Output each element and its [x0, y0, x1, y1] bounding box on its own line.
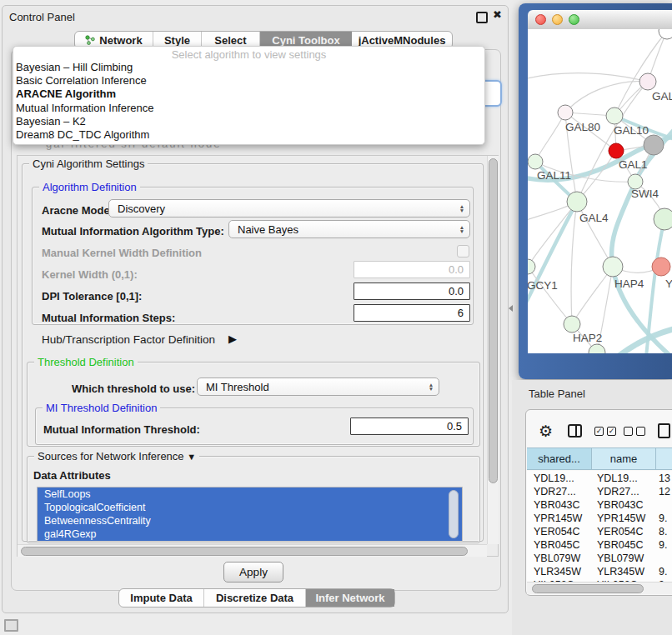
mi-steps-label: Mutual Information Steps:	[42, 312, 175, 324]
mi-algorithm-type-value: Naive Bayes	[229, 223, 454, 236]
collapse-panel-icon[interactable]	[4, 619, 18, 632]
close-traffic-light[interactable]	[535, 14, 546, 25]
node-gal10[interactable]	[606, 108, 623, 124]
dropdown-item-mutual-information[interactable]: Mutual Information Inference	[13, 102, 484, 115]
node-gal1[interactable]	[609, 143, 624, 158]
dropdown-item-dream8[interactable]: Dream8 DC_TDC Algorithm	[13, 128, 484, 142]
table-cell: 9.	[659, 539, 667, 551]
select-all-checkbox-icon[interactable]: ✓	[607, 427, 616, 436]
node-label: GAL11	[537, 169, 571, 182]
control-panel-title: Control Panel	[9, 11, 75, 23]
column-header-partial[interactable]	[656, 448, 672, 470]
manual-kernel-width-label: Manual Kernel Width Definition	[42, 247, 202, 259]
close-icon[interactable]: ✖	[493, 8, 502, 21]
node-right-green[interactable]	[654, 208, 672, 230]
node-label: GAL10	[614, 124, 649, 137]
table-cell: YPR145W	[597, 512, 645, 524]
node-label: SWI4	[631, 188, 659, 200]
tab-impute-data[interactable]: Impute Data	[119, 589, 204, 607]
network-canvas[interactable]: GAL GAL80 GAL10 GAL1 GAL11 SWI4 GAL4 GCY…	[528, 29, 672, 353]
list-item-topologicalcoefficient[interactable]: TopologicalCoefficient	[38, 501, 462, 514]
expand-right-icon[interactable]: ▶	[228, 332, 237, 345]
node-label: Y	[665, 278, 672, 290]
expand-down-icon[interactable]: ▼	[187, 452, 196, 462]
table-cell: YER054C	[597, 526, 644, 538]
which-threshold-combobox[interactable]: MI Threshold ▲▼	[197, 378, 439, 396]
hub-definition-label: Hub/Transcription Factor Definition	[42, 333, 215, 346]
apply-button[interactable]: Apply	[223, 562, 283, 582]
zoom-traffic-light[interactable]	[569, 14, 579, 25]
tab-discretize-data[interactable]: Discretize Data	[204, 589, 306, 607]
tab-impute-data-label: Impute Data	[130, 592, 192, 604]
network-icon	[85, 35, 95, 45]
node-hap4[interactable]	[603, 257, 623, 277]
node-gal4[interactable]	[567, 192, 587, 212]
mi-steps-input[interactable]	[354, 304, 470, 322]
table-cell: YBR043C	[534, 499, 580, 511]
select-all-checkbox-icon[interactable]: ✓	[594, 427, 604, 436]
mi-algorithm-type-combobox[interactable]: Naive Bayes ▲▼	[228, 220, 470, 238]
dpi-tolerance-input[interactable]	[354, 282, 470, 300]
float-window-icon[interactable]	[476, 12, 488, 23]
dropdown-item-bayesian-k2[interactable]: Bayesian – K2	[13, 115, 484, 128]
manual-kernel-width-checkbox[interactable]	[457, 245, 469, 258]
data-attributes-label: Data Attributes	[33, 469, 111, 482]
node-salmon[interactable]	[652, 258, 670, 276]
table-cell: YBR045C	[597, 539, 644, 551]
list-scrollbar-thumb[interactable]	[449, 490, 459, 538]
dropdown-item-bayesian-hill-climbing[interactable]: Bayesian – Hill Climbing	[13, 61, 484, 74]
node-label: GAL80	[565, 121, 600, 133]
list-item-selfloops[interactable]: SelfLoops	[38, 488, 462, 501]
gear-icon[interactable]: ⚙	[539, 422, 553, 441]
node-unlabeled-top[interactable]	[659, 29, 672, 39]
table-cell: YDR27...	[534, 486, 576, 498]
tab-jactivemnodules-label: jActiveMNodules	[359, 34, 446, 47]
deselect-checkbox-icon[interactable]	[624, 427, 633, 436]
node-gal-partial[interactable]	[639, 73, 656, 90]
kernel-width-input[interactable]	[354, 261, 470, 278]
split-columns-icon[interactable]	[568, 424, 582, 438]
table-cell: YBR045C	[534, 539, 580, 551]
data-attributes-list: SelfLoops TopologicalCoefficient Between…	[37, 487, 463, 542]
table-cell: 9.	[659, 512, 667, 524]
combo-stepper-icon: ▲▼	[454, 204, 469, 212]
column-header-shared-name[interactable]: shared...	[527, 448, 592, 470]
node-gray[interactable]	[644, 135, 664, 155]
new-table-icon[interactable]	[658, 423, 670, 438]
which-threshold-value: MI Threshold	[198, 381, 424, 393]
deselect-checkbox-icon[interactable]	[636, 427, 645, 436]
mi-threshold-input[interactable]	[350, 418, 469, 435]
tab-infer-network[interactable]: Infer Network	[306, 589, 394, 607]
dropdown-item-basic-correlation[interactable]: Basic Correlation Inference	[13, 74, 484, 88]
group-title-mi-threshold-definition: MI Threshold Definition	[43, 402, 160, 414]
settings-hscrollbar-thumb[interactable]	[21, 547, 468, 556]
list-item-gal4rgexp[interactable]: gal4RGexp	[38, 528, 462, 541]
network-window-titlebar[interactable]	[528, 10, 672, 30]
node-gal11[interactable]	[528, 154, 543, 169]
settings-vscrollbar-thumb[interactable]	[489, 158, 498, 483]
node-gal80[interactable]	[558, 105, 573, 120]
which-threshold-label: Which threshold to use:	[72, 382, 195, 395]
node-label: HAP4	[614, 278, 644, 290]
algorithm-dropdown-popup: Select algorithm to view settings Bayesi…	[13, 46, 485, 145]
column-header-name[interactable]: name	[592, 448, 656, 470]
dropdown-item-aracne[interactable]: ARACNE Algorithm	[13, 88, 484, 101]
tab-network-label: Network	[99, 34, 142, 47]
aracne-mode-combobox[interactable]: Discovery ▲▼	[108, 199, 470, 218]
node-hap2[interactable]	[564, 316, 580, 332]
table-hscrollbar-thumb[interactable]	[532, 584, 644, 593]
split-pane-divider-handle[interactable]	[509, 305, 513, 312]
table-body: YDL19... YDL19... 13 YDR27... YDR27... 1…	[527, 471, 672, 582]
list-item-betweennesscentrality[interactable]: BetweennessCentrality	[38, 514, 462, 528]
table-cell: 12	[659, 486, 670, 498]
mi-algorithm-type-label: Mutual Information Algorithm Type:	[42, 225, 224, 238]
node-label: GAL	[652, 90, 672, 102]
minimize-traffic-light[interactable]	[552, 14, 563, 25]
combo-stepper-icon: ▲▼	[454, 225, 469, 233]
apply-button-label: Apply	[239, 566, 268, 578]
table-cell: YLR345W	[597, 566, 644, 578]
node-gcy1[interactable]	[528, 259, 535, 274]
table-panel-title: Table Panel	[529, 388, 585, 400]
tab-style-label: Style	[164, 34, 190, 47]
mi-threshold-label: Mutual Information Threshold:	[43, 423, 200, 436]
